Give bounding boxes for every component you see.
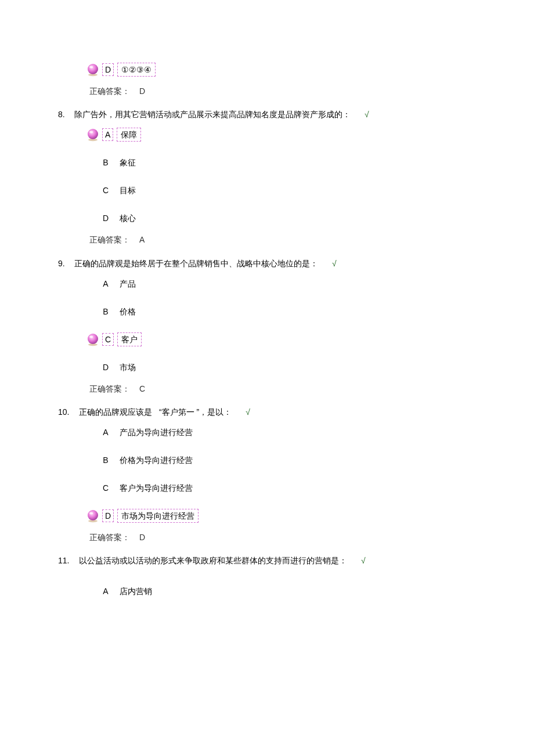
q9-option-a[interactable]: A 产品 — [86, 276, 473, 292]
option-letter: D — [100, 213, 111, 223]
q8-option-b[interactable]: B 象征 — [86, 154, 473, 171]
q10-option-b[interactable]: B 价格为导向进行经营 — [86, 452, 473, 468]
q8-option-d[interactable]: D 核心 — [86, 210, 473, 226]
q9-number: 9. — [58, 258, 74, 269]
q9-text: 正确的品牌观是始终居于在整个品牌销售中、战略中核心地位的是： — [74, 258, 318, 269]
option-letter: C — [102, 333, 114, 346]
option-letter: D — [100, 362, 111, 372]
option-text: 象征 — [117, 156, 138, 169]
check-icon: √ — [332, 258, 337, 269]
option-letter: D — [102, 509, 114, 522]
q11-number: 11. — [58, 555, 79, 566]
option-text: 市场为导向进行经营 — [117, 509, 199, 523]
q10-question: 10. 正确的品牌观应该是“客户第一 ”，是以： √ — [58, 407, 473, 417]
q9-option-c[interactable]: C 客户 — [86, 331, 473, 348]
q11-question: 11. 以公益活动或以活动的形式来争取政府和某些群体的支持而进行的营销是： √ — [58, 555, 473, 566]
q10-number: 10. — [58, 407, 79, 417]
option-text: 店内营销 — [117, 585, 154, 598]
option-text: 产品为导向进行经营 — [117, 426, 195, 439]
svg-point-4 — [88, 129, 98, 139]
svg-point-7 — [88, 334, 98, 344]
q7-correct-answer: 正确答案： D — [86, 84, 473, 99]
q9-option-b[interactable]: B 价格 — [86, 303, 473, 320]
option-letter: C — [100, 185, 111, 196]
svg-point-11 — [89, 512, 93, 515]
q8-text: 除广告外，用其它营销活动或产品展示来提高品牌知名度是品牌资产形成的： — [74, 109, 351, 120]
check-icon: √ — [365, 109, 369, 120]
q7-option-d[interactable]: D ①②③④ — [86, 62, 473, 78]
option-text: 核心 — [117, 212, 138, 225]
check-icon: √ — [361, 555, 366, 566]
svg-point-2 — [89, 66, 93, 68]
q9-question: 9. 正确的品牌观是始终居于在整个品牌销售中、战略中核心地位的是： √ — [58, 258, 473, 269]
option-text: 客户 — [117, 332, 142, 346]
q10-correct-answer: 正确答案： D — [86, 530, 473, 545]
selected-bullet-icon — [86, 332, 100, 346]
option-letter: C — [100, 483, 111, 493]
option-letter: A — [102, 128, 113, 141]
option-letter: D — [102, 63, 114, 76]
q10-option-c[interactable]: C 客户为导向进行经营 — [86, 480, 473, 496]
option-letter: A — [100, 278, 111, 289]
svg-point-10 — [88, 510, 98, 520]
option-text: 价格 — [117, 305, 138, 318]
svg-point-8 — [89, 335, 93, 338]
option-letter: A — [100, 427, 111, 437]
q8-option-c[interactable]: C 目标 — [86, 182, 473, 198]
option-text: 保障 — [117, 128, 141, 142]
option-letter: B — [100, 157, 111, 168]
selected-bullet-icon — [86, 509, 100, 523]
q11-option-a[interactable]: A 店内营销 — [86, 584, 473, 600]
q10-text: 正确的品牌观应该是“客户第一 ”，是以： — [79, 407, 232, 417]
q10-option-d[interactable]: D 市场为导向进行经营 — [86, 508, 473, 524]
q11-text: 以公益活动或以活动的形式来争取政府和某些群体的支持而进行的营销是： — [79, 555, 347, 566]
selected-bullet-icon — [86, 128, 100, 142]
option-letter: B — [100, 306, 111, 317]
q9-correct-answer: 正确答案： C — [86, 381, 473, 396]
svg-point-5 — [89, 131, 93, 133]
q8-number: 8. — [58, 109, 74, 120]
q8-correct-answer: 正确答案： A — [86, 232, 473, 247]
option-text: 客户为导向进行经营 — [117, 482, 195, 494]
option-text: 价格为导向进行经营 — [117, 454, 195, 466]
selected-bullet-icon — [86, 63, 100, 77]
option-text: 目标 — [117, 184, 138, 197]
q10-option-a[interactable]: A 产品为导向进行经营 — [86, 424, 473, 440]
svg-point-1 — [88, 64, 98, 74]
option-text: ①②③④ — [117, 63, 156, 77]
check-icon: √ — [246, 407, 250, 417]
option-text: 产品 — [117, 277, 138, 290]
q8-question: 8. 除广告外，用其它营销活动或产品展示来提高品牌知名度是品牌资产形成的： √ — [58, 109, 473, 120]
q8-option-a[interactable]: A 保障 — [86, 126, 473, 143]
q9-option-d[interactable]: D 市场 — [86, 359, 473, 375]
option-letter: A — [100, 586, 111, 596]
option-text: 市场 — [117, 361, 138, 374]
option-letter: B — [100, 455, 111, 465]
